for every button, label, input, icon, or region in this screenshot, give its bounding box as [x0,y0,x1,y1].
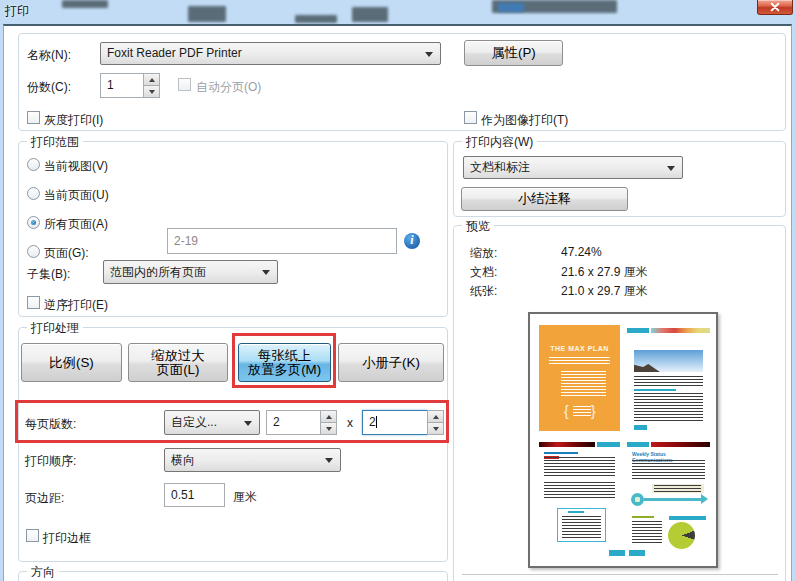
cyan-heading-line [634,389,676,391]
print-border-label: 打印边框 [43,530,91,547]
preview-text-lines [634,376,703,387]
gradient-strip [651,328,710,333]
text-caret [376,416,377,428]
window-title: 打印 [5,3,29,20]
pages-per-sheet-label: 每页版数: [25,416,76,433]
preview-divider [462,574,778,575]
print-order-label: 打印顺序: [25,453,76,470]
arrow-down-icon [149,90,155,94]
mode-shrink-oversized-button[interactable]: 缩放过大 页面(L) [128,343,228,382]
radio-current-view[interactable] [27,158,40,171]
preview-text-lines [573,406,591,416]
diagram-arrowhead [701,494,708,504]
chevron-down-icon [425,52,433,57]
copies-label: 份数(C): [27,79,71,96]
callout-heading [568,511,584,513]
margin-input[interactable]: 0.51 [164,483,225,507]
pages-per-sheet-combobox[interactable]: 自定义... [164,410,260,435]
print-as-image-label: 作为图像打印(T) [481,112,568,129]
summarize-comments-button[interactable]: 小结注释 [461,187,628,211]
background-window-artifact [62,0,108,8]
cyan-tag [597,442,620,447]
grayscale-checkbox[interactable] [27,111,40,124]
print-content-combobox[interactable]: 文档和标注 [463,156,683,179]
print-handling-title: 打印处理 [27,320,83,337]
chevron-down-icon [667,166,675,171]
preview-text-lines [544,482,615,499]
preview-document-label: 文档: [470,264,497,281]
preview-title: 预览 [462,218,494,235]
preview-zoom-label: 缩放: [470,245,497,262]
cyan-callout-box [557,508,606,542]
printer-name-label: 名称(N): [27,47,71,64]
tiles-y-stepper[interactable]: 2 [362,410,444,435]
preview-text-lines [632,521,662,543]
cyan-button-thumb [629,550,645,556]
radio-all-pages[interactable] [27,216,40,229]
page-range-input[interactable]: 2-19 [167,228,397,254]
window-titlebar: 打印 [0,0,795,24]
arrow-down-icon [326,427,332,431]
properties-button[interactable]: 属性(P) [464,40,563,66]
tiles-x-stepper[interactable]: 2 [266,410,337,435]
preview-text-lines [544,457,615,478]
radio-pages[interactable] [27,245,40,258]
photo-thumbnail [634,350,703,372]
brace-left: { [564,403,569,419]
spin-down-button[interactable] [143,85,160,98]
callout-note [652,484,704,493]
arrow-up-icon [433,415,439,419]
mode-multiple-pages-button[interactable]: 每张纸上 放置多页(M) [238,343,331,382]
preview-page-2 [627,325,710,431]
preview-sheet: THE MAX PLAN { } Weekly Status Comm [528,312,718,568]
preview-text-lines [561,371,606,397]
tiles-y-text: 2 [369,415,376,429]
info-icon[interactable]: i [404,233,420,249]
brace-right: } [591,403,596,419]
collate-label: 自动分页(O) [196,79,261,96]
background-window-artifact [352,7,388,22]
preview-page1-title: THE MAX PLAN [539,345,620,352]
red-gradient-bar [651,442,710,447]
mode-scale-button[interactable]: 比例(S) [21,343,122,382]
printer-name-value: Foxit Reader PDF Printer [107,46,242,60]
copies-stepper[interactable]: 1 [100,73,160,98]
preview-page-1: THE MAX PLAN { } [539,325,620,431]
preview-paper-value: 21.0 x 29.7 厘米 [561,283,648,300]
arrow-up-icon [149,78,155,82]
red-gradient-bar [539,442,595,447]
tiles-y-value[interactable]: 2 [362,410,428,435]
chevron-down-icon [244,421,252,426]
blue-heading-line [544,452,578,454]
cyan-button-thumb [609,550,625,556]
chevron-down-icon [262,270,270,275]
cyan-button-thumb [634,425,647,430]
tiles-x-value[interactable]: 2 [266,410,321,435]
radio-current-page[interactable] [27,187,40,200]
background-window-artifact [295,15,337,23]
close-icon [771,3,780,12]
print-order-value: 横向 [171,453,195,467]
pages-per-sheet-value: 自定义... [171,415,217,429]
subset-combobox[interactable]: 范围内的所有页面 [103,260,278,284]
copies-value[interactable]: 1 [100,73,144,98]
preview-document-value: 21.6 x 27.9 厘米 [561,264,648,281]
cyan-tag [627,442,649,447]
close-button[interactable] [757,0,793,15]
print-border-checkbox[interactable] [26,529,39,542]
cyan-tag [627,328,649,333]
printer-name-combobox[interactable]: Foxit Reader PDF Printer [100,42,441,65]
print-as-image-checkbox[interactable] [464,111,477,124]
spin-down-button[interactable] [320,422,337,435]
print-order-combobox[interactable]: 横向 [164,448,341,472]
radio-pages-label: 页面(G): [44,245,89,262]
reverse-print-checkbox[interactable] [27,296,40,309]
reverse-print-label: 逆序打印(E) [44,297,108,314]
collate-checkbox[interactable] [178,78,191,91]
print-content-value: 文档和标注 [470,160,530,174]
mode-booklet-button[interactable]: 小册子(K) [338,343,444,382]
orientation-group: 方向 [18,571,448,581]
pie-chart-thumb [668,522,695,549]
spin-down-button[interactable] [427,422,444,435]
preview-page-4: Weekly Status Communications [627,440,710,551]
